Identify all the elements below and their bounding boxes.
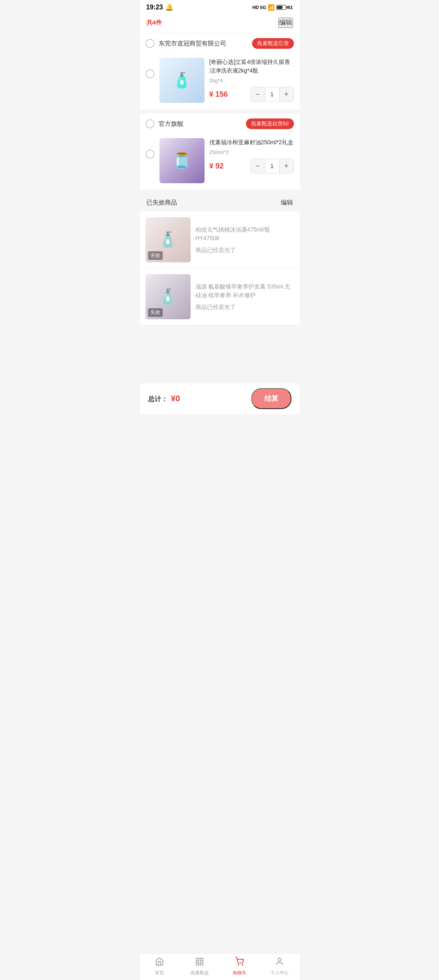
total-label: 总计： <box>148 396 168 402</box>
product-price-2: ¥ 92 <box>209 162 224 171</box>
product-bottom-1: ¥ 156 − 1 + <box>209 87 294 102</box>
product-info-1: [奇丽心选]立富4倍浓缩持久留香洁净洗衣液2kg*4瓶 2kg*4 ¥ 156 … <box>209 58 294 102</box>
edit-button[interactable]: 编辑 <box>278 18 293 28</box>
expired-status-1: 商品已经卖光了 <box>196 247 294 254</box>
svg-point-5 <box>242 964 243 965</box>
item-count: 共4件 <box>146 19 162 27</box>
product-image-1: 🧴 <box>159 58 205 103</box>
product-spec-1: 2kg*4 <box>209 77 294 84</box>
profile-icon <box>275 957 284 969</box>
selection-icon <box>195 957 204 969</box>
nav-profile-label: 个人中心 <box>271 970 289 976</box>
expired-badge-1: 失效 <box>148 251 163 260</box>
product-row-1: 🧴 [奇丽心选]立富4倍浓缩持久留香洁净洗衣液2kg*4瓶 2kg*4 ¥ 15… <box>140 54 300 109</box>
nav-home-label: 首页 <box>155 970 164 976</box>
nav-profile[interactable]: 个人中心 <box>259 954 300 980</box>
total-number: 4 <box>152 19 156 26</box>
shop-badge-1: 燕巢甄选它营 <box>252 38 294 49</box>
shop-section-2: 官方旗舰 燕巢甄选自营50 🫙 优素福冷榨亚麻籽油250ml*2礼盒 250ml… <box>140 114 300 190</box>
qty-value-2: 1 <box>265 159 280 173</box>
product-checkbox-2[interactable] <box>146 150 155 159</box>
product-bottom-2: ¥ 92 − 1 + <box>209 159 294 173</box>
cart-icon <box>235 957 244 969</box>
product-image-2: 🫙 <box>159 138 205 183</box>
svg-rect-0 <box>196 958 199 961</box>
shop-badge-2: 燕巢甄选自营50 <box>246 118 293 129</box>
expired-edit-button[interactable]: 编辑 <box>281 199 293 207</box>
product-row-2: 🫙 优素福冷榨亚麻籽油250ml*2礼盒 250ml*2 ¥ 92 − 1 + <box>140 134 300 190</box>
expired-title: 已失效商品 <box>146 199 177 207</box>
total-section: 总计： ¥0 <box>148 394 180 404</box>
qty-increase-2[interactable]: + <box>280 159 293 173</box>
expired-section: 🧴 失效 柏缇元气桃桃沐浴露475ml/瓶 HY47508 商品已经卖光了 🧴 … <box>140 211 300 325</box>
wifi-icon: 📶 <box>268 4 275 11</box>
product-checkbox-1[interactable] <box>146 69 155 78</box>
svg-point-4 <box>238 964 239 965</box>
shop-header-2: 官方旗舰 燕巢甄选自营50 <box>140 114 300 134</box>
battery-icon <box>276 5 286 10</box>
nav-selection[interactable]: 燕巢甄选 <box>180 954 220 980</box>
expired-item-1: 🧴 失效 柏缇元气桃桃沐浴露475ml/瓶 HY47508 商品已经卖光了 <box>140 211 300 268</box>
status-right: HD 5G 📶 61 <box>252 4 293 11</box>
product-info-2: 优素福冷榨亚麻籽油250ml*2礼盒 250ml*2 ¥ 92 − 1 + <box>209 138 294 173</box>
product-price-1: ¥ 156 <box>209 90 228 99</box>
expired-info-1: 柏缇元气桃桃沐浴露475ml/瓶 HY47508 商品已经卖光了 <box>196 225 294 254</box>
total-amount: ¥0 <box>171 394 180 403</box>
home-icon <box>155 957 164 969</box>
nav-home[interactable]: 首页 <box>140 954 180 980</box>
qty-increase-1[interactable]: + <box>280 87 293 101</box>
expired-name-1: 柏缇元气桃桃沐浴露475ml/瓶 HY47508 <box>196 225 294 243</box>
expired-image-2: 🧴 失效 <box>146 274 191 319</box>
checkout-button[interactable]: 结算 <box>251 388 291 409</box>
shop-header-1: 东莞市道冠商贸有限公司 燕巢甄选它营 <box>140 33 300 54</box>
svg-rect-2 <box>196 962 199 965</box>
status-bar: 19:23 🔔 HD 5G 📶 61 <box>140 0 300 14</box>
top-bar: 共4件 编辑 <box>140 14 300 33</box>
product-spec-2: 250ml*2 <box>209 149 294 155</box>
nav-cart[interactable]: 购物车 <box>220 954 260 980</box>
shop-section-1: 东莞市道冠商贸有限公司 燕巢甄选它营 🧴 [奇丽心选]立富4倍浓缩持久留香洁净洗… <box>140 33 300 109</box>
expired-item-2: 🧴 失效 滋源 氨基酸臻萃奢养护发素 535ml 无硅油 植萃奢养 补水修护 商… <box>140 268 300 325</box>
expired-header: 已失效商品 编辑 <box>140 194 300 211</box>
expired-image-1: 🧴 失效 <box>146 217 191 262</box>
shop-checkbox-2[interactable] <box>146 119 155 128</box>
nav-selection-label: 燕巢甄选 <box>191 970 209 976</box>
expired-name-2: 滋源 氨基酸臻萃奢养护发素 535ml 无硅油 植萃奢养 补水修护 <box>196 282 294 300</box>
bottom-bar: 总计： ¥0 结算 <box>140 383 300 414</box>
battery-level: 61 <box>288 5 293 10</box>
shop-checkbox-1[interactable] <box>146 39 155 48</box>
nav-cart-label: 购物车 <box>233 970 246 976</box>
svg-point-6 <box>278 958 281 961</box>
status-time: 19:23 <box>146 4 163 11</box>
product-title-1: [奇丽心选]立富4倍浓缩持久留香洁净洗衣液2kg*4瓶 <box>209 58 294 75</box>
signal-text: HD 5G <box>252 5 266 10</box>
qty-decrease-1[interactable]: − <box>251 87 265 101</box>
svg-rect-1 <box>200 958 203 961</box>
product-title-2: 优素福冷榨亚麻籽油250ml*2礼盒 <box>209 138 294 147</box>
expired-badge-2: 失效 <box>148 308 163 317</box>
qty-control-1: − 1 + <box>250 87 294 102</box>
shop-name-2: 官方旗舰 <box>159 120 183 128</box>
bell-icon: 🔔 <box>165 3 173 11</box>
nav-bar: 首页 燕巢甄选 购物车 个人中心 <box>140 953 300 980</box>
expired-info-2: 滋源 氨基酸臻萃奢养护发素 535ml 无硅油 植萃奢养 补水修护 商品已经卖光… <box>196 282 294 311</box>
total-label: 共 <box>146 19 152 26</box>
qty-control-2: − 1 + <box>250 159 294 173</box>
qty-decrease-2[interactable]: − <box>251 159 265 173</box>
total-unit: 件 <box>156 19 162 26</box>
shop-name-1: 东莞市道冠商贸有限公司 <box>159 40 226 48</box>
svg-rect-3 <box>200 962 203 965</box>
qty-value-1: 1 <box>265 87 280 101</box>
expired-status-2: 商品已经卖光了 <box>196 304 294 311</box>
